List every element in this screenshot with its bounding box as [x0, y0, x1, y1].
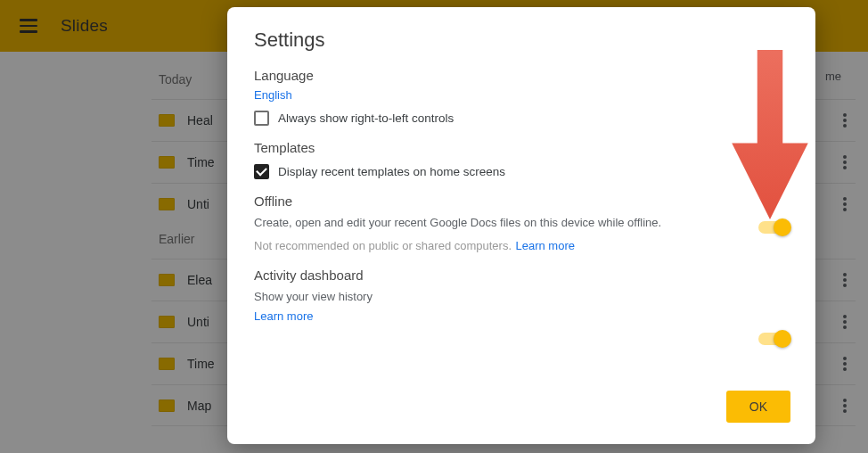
activity-toggle[interactable]	[758, 333, 789, 345]
ok-button[interactable]: OK	[726, 391, 790, 423]
settings-dialog: Settings Language English Always show ri…	[227, 7, 815, 444]
offline-warn: Not recommended on public or shared comp…	[254, 239, 512, 252]
activity-heading: Activity dashboard	[254, 268, 789, 283]
dialog-title: Settings	[254, 29, 789, 52]
language-heading: Language	[254, 68, 789, 83]
offline-heading: Offline	[254, 194, 789, 209]
display-templates-checkbox[interactable]	[254, 164, 269, 179]
activity-learn-more[interactable]: Learn more	[254, 309, 789, 323]
offline-toggle[interactable]	[758, 221, 789, 234]
language-link[interactable]: English	[254, 88, 789, 102]
activity-desc: Show your view history	[254, 288, 789, 306]
display-templates-label: Display recent templates on home screens	[278, 165, 505, 178]
offline-learn-more[interactable]: Learn more	[516, 239, 575, 252]
rtl-checkbox-label: Always show right-to-left controls	[278, 111, 454, 125]
templates-heading: Templates	[254, 140, 789, 155]
offline-desc: Create, open and edit your recent Google…	[254, 214, 789, 232]
rtl-checkbox[interactable]	[254, 111, 269, 126]
